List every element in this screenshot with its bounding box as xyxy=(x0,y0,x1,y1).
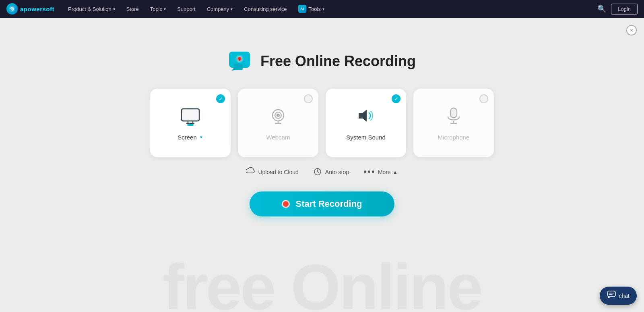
svg-line-28 xyxy=(318,172,319,173)
option-microphone[interactable]: Microphone xyxy=(413,89,494,157)
cloud-icon xyxy=(246,167,255,177)
dots-icon xyxy=(363,169,375,175)
start-recording-button[interactable]: Start Recording xyxy=(250,191,394,216)
app-logo-icon xyxy=(228,50,254,73)
chat-button[interactable]: chat xyxy=(600,287,637,305)
chevron-down-icon: ▾ xyxy=(231,7,233,11)
search-icon[interactable]: 🔍 xyxy=(597,4,606,13)
page-title: Free Online Recording xyxy=(260,53,416,70)
more-option[interactable]: More ▲ xyxy=(363,169,398,175)
logo-icon xyxy=(6,3,18,15)
system-sound-check-icon: ✓ xyxy=(392,94,400,103)
svg-rect-23 xyxy=(450,108,457,118)
auto-stop-option[interactable]: Auto stop xyxy=(313,167,349,177)
nav-right: 🔍 Login xyxy=(597,4,638,15)
webcam-icon xyxy=(268,106,289,128)
svg-point-1 xyxy=(11,8,13,10)
svg-rect-10 xyxy=(182,109,199,121)
nav-item-tools[interactable]: AI Tools ▾ xyxy=(293,0,330,18)
webcam-label: Webcam xyxy=(266,134,290,141)
screen-check-icon: ✓ xyxy=(216,94,225,103)
upload-cloud-label: Upload to Cloud xyxy=(258,169,298,175)
navbar: apowersoft Product & Solution ▾ Store To… xyxy=(0,0,644,18)
option-screen[interactable]: ✓ Screen ▼ xyxy=(150,89,231,157)
timer-icon xyxy=(313,167,322,177)
ai-icon: AI xyxy=(298,5,306,13)
auto-stop-label: Auto stop xyxy=(325,169,349,175)
option-webcam[interactable]: Webcam xyxy=(238,89,318,157)
nav-items: Product & Solution ▾ Store Topic ▾ Suppo… xyxy=(62,0,597,18)
chevron-down-icon: ▾ xyxy=(322,7,324,11)
svg-rect-14 xyxy=(187,124,194,126)
login-button[interactable]: Login xyxy=(611,4,638,15)
extra-options: Upload to Cloud Auto stop xyxy=(246,167,398,177)
option-system-sound[interactable]: ✓ System Sound xyxy=(326,89,406,157)
svg-point-19 xyxy=(278,115,279,116)
microphone-uncheck-icon xyxy=(479,94,488,103)
screen-dropdown-icon: ▼ xyxy=(199,135,203,139)
nav-item-store[interactable]: Store xyxy=(121,0,144,18)
screen-label: Screen ▼ xyxy=(178,134,203,141)
background-watermark: free Online xyxy=(163,250,481,312)
microphone-icon xyxy=(443,106,464,128)
nav-item-company[interactable]: Company ▾ xyxy=(201,0,239,18)
svg-marker-22 xyxy=(359,110,367,122)
nav-item-support[interactable]: Support xyxy=(171,0,201,18)
svg-point-6 xyxy=(238,58,240,60)
svg-point-33 xyxy=(372,171,374,173)
chevron-down-icon: ▾ xyxy=(113,7,115,11)
start-recording-label: Start Recording xyxy=(295,199,362,209)
chat-icon xyxy=(607,291,616,301)
system-sound-label: System Sound xyxy=(346,134,386,141)
more-label: More ▲ xyxy=(378,169,398,175)
nav-item-consulting[interactable]: Consulting service xyxy=(238,0,292,18)
upload-cloud-option[interactable]: Upload to Cloud xyxy=(246,167,298,177)
webcam-uncheck-icon xyxy=(304,94,313,103)
nav-item-topic[interactable]: Topic ▾ xyxy=(144,0,171,18)
chevron-down-icon: ▾ xyxy=(164,7,166,11)
record-dot-icon xyxy=(282,200,290,208)
chat-label: chat xyxy=(619,293,630,299)
microphone-label: Microphone xyxy=(438,134,469,141)
svg-point-31 xyxy=(364,171,366,173)
main-content: × Free Online Recording xyxy=(0,18,644,312)
svg-point-32 xyxy=(368,171,370,173)
nav-item-product[interactable]: Product & Solution ▾ xyxy=(62,0,121,18)
title-section: Free Online Recording xyxy=(228,50,416,73)
screen-icon xyxy=(180,106,201,128)
logo[interactable]: apowersoft xyxy=(6,3,54,15)
system-sound-icon xyxy=(355,106,376,128)
logo-text: apowersoft xyxy=(20,6,54,12)
options-row: ✓ Screen ▼ xyxy=(150,89,494,157)
svg-rect-34 xyxy=(607,291,615,297)
close-button[interactable]: × xyxy=(626,25,637,35)
